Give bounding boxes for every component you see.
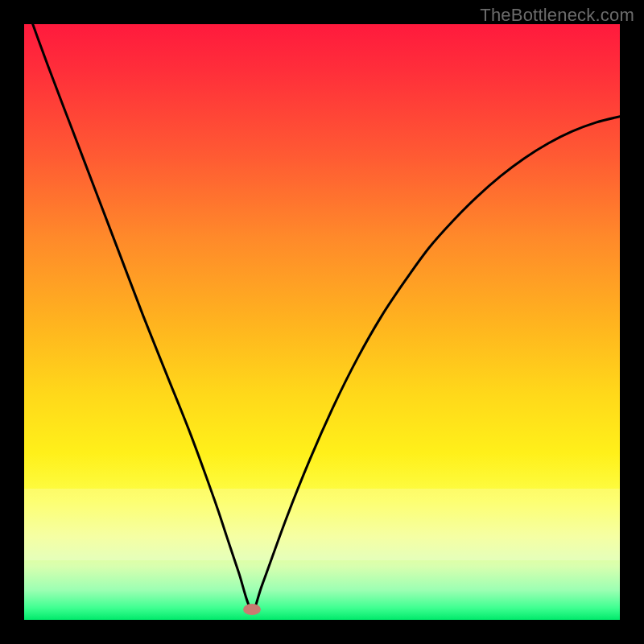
attribution-label: TheBottleneck.com xyxy=(480,5,634,26)
optimal-marker xyxy=(243,604,261,615)
curve-svg xyxy=(24,24,620,620)
bottleneck-curve xyxy=(24,24,620,610)
chart-frame: TheBottleneck.com xyxy=(0,0,644,644)
plot-area xyxy=(24,24,620,620)
highlight-band xyxy=(24,489,620,560)
